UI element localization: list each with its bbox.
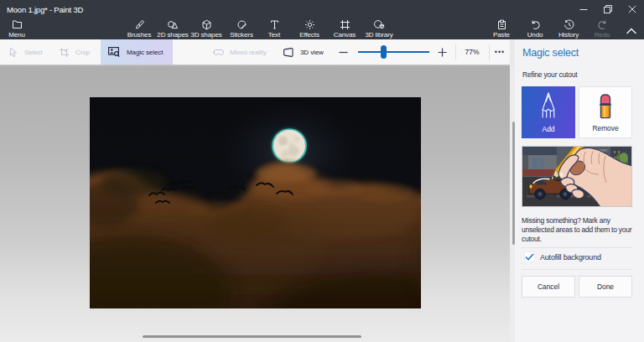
3d-view-icon xyxy=(282,47,294,58)
remove-button[interactable]: Remove xyxy=(579,86,632,138)
autofill-checkbox-row[interactable]: Autofill background xyxy=(524,251,601,262)
ellipsis-icon: ••• xyxy=(495,48,505,56)
cancel-button[interactable]: Cancel xyxy=(522,276,575,298)
panel-subtitle: Refine your cutout xyxy=(522,70,577,79)
mixed-reality-tool[interactable]: Mixed reality xyxy=(212,39,267,65)
panel-title: Magic select xyxy=(522,47,579,59)
divider-bottom xyxy=(522,269,632,270)
zoom-percentage[interactable]: 77% xyxy=(455,39,489,65)
horizontal-scrollbar[interactable] xyxy=(143,335,361,338)
add-pencil-icon xyxy=(541,92,556,118)
canvas-icon xyxy=(340,19,351,30)
select-tool[interactable]: Select xyxy=(8,39,43,65)
moon-photo[interactable] xyxy=(90,97,421,308)
menu-icon xyxy=(12,19,23,30)
top-bar: Moon 1.jpg* - Paint 3D xyxy=(0,0,644,39)
select-icon xyxy=(8,47,18,58)
ribbon: Select Crop Magic select M xyxy=(0,39,510,65)
paint3d-window: Moon 1.jpg* - Paint 3D xyxy=(0,0,644,342)
effects-icon xyxy=(304,19,315,30)
done-button[interactable]: Done xyxy=(579,276,632,298)
canvas-area[interactable] xyxy=(0,66,510,342)
maximize-icon xyxy=(604,5,612,13)
3d-library-icon xyxy=(373,19,385,30)
checkmark-icon xyxy=(525,253,534,261)
remove-button-label: Remove xyxy=(592,124,618,132)
minimize-icon xyxy=(579,5,588,13)
redo-icon xyxy=(597,19,608,30)
maximize-button[interactable] xyxy=(595,0,620,18)
crop-icon xyxy=(59,47,70,58)
magic-select-tool[interactable]: Magic select xyxy=(101,39,173,65)
window-title: Moon 1.jpg* - Paint 3D xyxy=(7,5,83,14)
3d-view-tool[interactable]: 3D view xyxy=(282,39,324,65)
minimize-button[interactable] xyxy=(571,0,595,18)
chevron-up-icon xyxy=(626,28,637,35)
zoom-in-button[interactable] xyxy=(433,39,451,65)
crop-tool[interactable]: Crop xyxy=(59,39,90,65)
autofill-checkbox[interactable] xyxy=(524,251,535,262)
zoom-in-icon xyxy=(438,48,447,57)
magic-select-icon xyxy=(108,46,121,58)
menu-button[interactable]: Menu xyxy=(0,19,46,39)
magic-select-panel: Magic select Refine your cutout Add xyxy=(515,39,644,342)
mixed-reality-icon xyxy=(212,47,224,58)
zoom-out-button[interactable] xyxy=(334,39,352,65)
add-button[interactable]: Add xyxy=(522,86,575,138)
3d-shapes-icon xyxy=(201,19,212,30)
zoom-slider-track[interactable] xyxy=(358,51,429,53)
add-button-label: Add xyxy=(543,125,555,133)
magic-select-illustration xyxy=(522,146,632,207)
close-button[interactable] xyxy=(620,0,644,18)
zoom-out-icon xyxy=(339,48,348,57)
text-icon xyxy=(269,19,280,30)
3d-library-button[interactable]: 3D library xyxy=(350,19,408,39)
more-options-button[interactable]: ••• xyxy=(489,39,511,65)
autofill-label: Autofill background xyxy=(540,253,601,262)
remove-eraser-icon xyxy=(599,93,612,119)
zoom-slider-thumb[interactable] xyxy=(381,45,387,59)
redo-button[interactable]: Redo xyxy=(573,19,631,39)
divider-top xyxy=(522,247,632,248)
panel-description: Missing something? Mark any unselected a… xyxy=(522,216,636,244)
close-icon xyxy=(628,5,636,13)
window-controls xyxy=(571,0,644,18)
collapse-ribbon-button[interactable] xyxy=(626,23,637,39)
